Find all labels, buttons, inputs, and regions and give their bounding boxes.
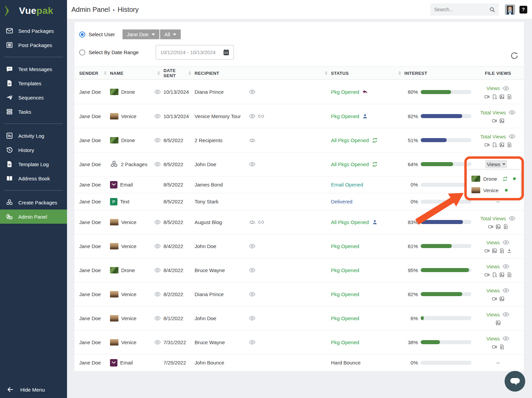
file-icon [499, 344, 505, 350]
eye-icon[interactable] [249, 161, 256, 168]
link-icon[interactable] [258, 113, 265, 120]
sort-icon[interactable] [104, 71, 107, 75]
date-range-input[interactable]: 10/12/2024 - 10/13/2024 [156, 45, 234, 60]
sidebar-item-create-packages[interactable]: Create Packages [0, 195, 67, 209]
sidebar-item-templates[interactable]: Templates [0, 76, 67, 90]
preview-eye-icon[interactable] [154, 219, 161, 226]
date-sent-cell: 8/4/2022 [163, 267, 195, 273]
date-range-radio[interactable] [79, 49, 85, 56]
views-link[interactable]: Views [486, 85, 510, 92]
brand-logo[interactable]: Vuepak [0, 0, 67, 22]
column-header-interest: INTEREST [404, 67, 472, 80]
sort-icon[interactable] [325, 71, 328, 75]
chat-widget-button[interactable] [505, 371, 525, 392]
sidebar-item-activity-log[interactable]: Activity Log [0, 129, 67, 143]
scope-dropdown[interactable]: All [160, 29, 181, 39]
sidebar-item-text-messages[interactable]: Text Messages [0, 62, 67, 76]
preview-eye-icon[interactable] [154, 243, 161, 250]
sidebar-item-template-log[interactable]: Template Log [0, 157, 67, 171]
status-label: Pkg Opened [331, 267, 359, 273]
eye-icon[interactable] [249, 243, 256, 250]
sidebar-item-label: Sequences [18, 95, 44, 101]
interest-bar [418, 244, 472, 248]
views-link[interactable]: Views [486, 239, 510, 246]
views-dropdown-item-drone[interactable]: Drone [467, 173, 520, 184]
eye-icon[interactable] [249, 315, 256, 322]
recipient-cell: Venice Memory Tour [195, 113, 249, 119]
name-cell: Drone [110, 267, 154, 273]
sidebar-item-admin-panel[interactable]: Admin Panel [0, 209, 67, 224]
breadcrumb-section[interactable]: Admin Panel [71, 6, 110, 14]
views-link[interactable]: Total Views [480, 133, 516, 140]
eye-icon[interactable] [249, 88, 256, 95]
eye-icon[interactable] [249, 267, 256, 274]
preview-eye-icon[interactable] [154, 339, 161, 346]
package-name: Email [120, 182, 133, 187]
sender-cell: Jane Doe [79, 339, 110, 345]
user-dropdown-value: Jane Doe [127, 31, 149, 37]
back-arrow-icon [7, 386, 14, 393]
select-user-radio[interactable] [79, 31, 85, 38]
column-header-recipient[interactable]: RECIPIENT [195, 67, 331, 80]
preview-eye-icon[interactable] [154, 161, 161, 168]
interest-percent: 82% [404, 113, 418, 119]
status-label: All Pkgs Opened [331, 219, 369, 225]
drone-thumbnail [110, 267, 118, 273]
eye-icon[interactable] [249, 113, 256, 120]
preview-eye-icon[interactable] [154, 267, 161, 274]
views-link[interactable]: Total Views [480, 109, 516, 116]
help-button[interactable]: ? [519, 6, 527, 14]
views-link[interactable]: Views [486, 335, 510, 342]
interest-percent: 64% [404, 161, 418, 167]
views-dropdown-button[interactable]: Views [485, 160, 507, 168]
sidebar-item-sequences[interactable]: Sequences [0, 90, 67, 105]
date-sent-cell: 8/2/2022 [163, 291, 195, 297]
preview-eye-icon[interactable] [154, 88, 161, 95]
views-dropdown-label: Views [487, 161, 501, 167]
column-header-date-sent[interactable]: DATE SENT [163, 67, 195, 80]
global-search[interactable] [430, 3, 499, 16]
recipient-cell: John Doe [195, 243, 249, 249]
sidebar-item-send-packages[interactable]: Send Packages [0, 24, 67, 38]
views-link[interactable]: Views [486, 287, 510, 294]
sidebar-item-address-book[interactable]: Address Book [0, 171, 67, 185]
status-refresh-icon [372, 137, 378, 143]
interest-percent: 95% [404, 267, 418, 273]
preview-eye-icon[interactable] [154, 113, 161, 120]
preview-eye-icon[interactable] [154, 137, 161, 144]
interest-percent: 51% [404, 137, 418, 143]
search-input[interactable] [434, 7, 485, 12]
views-link[interactable]: Views [486, 311, 510, 318]
interest-bar [418, 220, 472, 224]
column-header-status[interactable]: STATUS [331, 67, 404, 80]
user-dropdown[interactable]: Jane Doe [123, 29, 159, 39]
sidebar-item-tasks[interactable]: Tasks [0, 105, 67, 119]
file-icon [499, 248, 505, 253]
name-cell: Venice [110, 219, 154, 225]
group-icon[interactable] [249, 137, 256, 144]
eye-icon[interactable] [249, 291, 256, 298]
user-avatar[interactable] [505, 4, 515, 15]
preview-eye-icon[interactable] [154, 315, 161, 322]
views-dropdown-item-venice[interactable]: Venice [467, 184, 520, 196]
hide-menu-button[interactable]: Hide Menu [0, 386, 67, 393]
preview-eye-icon[interactable] [154, 291, 161, 298]
views-link[interactable]: Views [486, 263, 510, 270]
sidebar-item-post-packages[interactable]: Post Packages [0, 38, 67, 52]
link-icon[interactable] [258, 219, 265, 226]
eye-icon [508, 215, 516, 222]
sort-icon[interactable] [189, 71, 191, 75]
search-icon[interactable] [489, 6, 495, 13]
table-row: Jane DoeEmail7/25/2022John BounceHard Bo… [74, 354, 524, 371]
views-link[interactable]: Total Views [480, 215, 516, 222]
sort-icon[interactable] [157, 71, 160, 75]
refresh-icon[interactable] [510, 52, 518, 60]
group-icon[interactable] [249, 219, 256, 226]
column-header-name[interactable]: NAME [110, 67, 163, 80]
column-header-sender[interactable]: SENDER [79, 67, 110, 80]
date-sent-cell: 8/5/2022 [163, 137, 195, 143]
sidebar-item-history[interactable]: History [0, 143, 67, 157]
calendar-icon[interactable] [223, 49, 230, 56]
eye-icon[interactable] [249, 339, 256, 346]
sort-icon[interactable] [398, 71, 401, 75]
